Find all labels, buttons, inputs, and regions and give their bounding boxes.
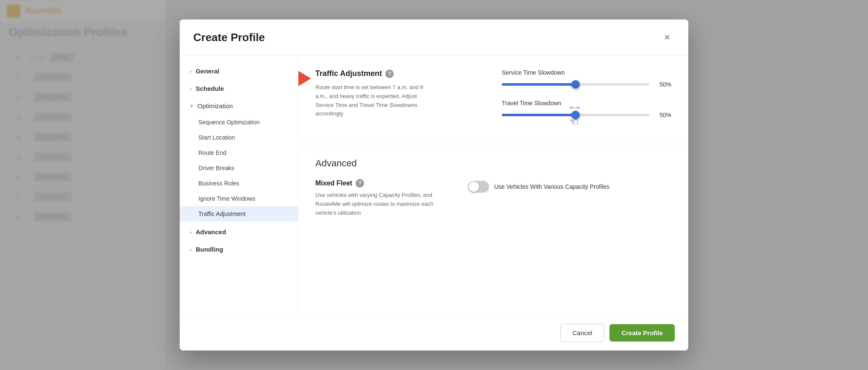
sidebar-item-bundling[interactable]: › Bundling [180, 241, 298, 258]
sidebar-item-label: General [196, 67, 220, 75]
service-time-fill [502, 83, 576, 86]
sidebar-sub-item-route-end[interactable]: Route End [180, 145, 298, 160]
sub-item-label: Driver Breaks [198, 165, 234, 171]
chevron-right-icon: › [190, 230, 192, 235]
sidebar: › General › Schedule ∨ Optimization Sequ… [180, 56, 298, 315]
sidebar-item-advanced[interactable]: › Advanced [180, 223, 298, 241]
traffic-adjustment-description: Route start time is set between 7 a.m. a… [315, 83, 426, 118]
service-time-value: 50% [654, 81, 671, 88]
sub-item-label: Ignore Time Windows [198, 195, 256, 202]
service-time-track[interactable] [502, 83, 649, 86]
content-arrow-container [298, 71, 311, 88]
sliders-area: Service Time Slowdown 50% [485, 69, 671, 130]
traffic-adjustment-section: Traffic Adjustment ? Route start time is… [298, 56, 688, 144]
arrow-right-icon: ⇒ [575, 104, 580, 111]
sidebar-item-label: Schedule [196, 85, 224, 92]
section-inner: Traffic Adjustment ? Route start time is… [315, 69, 671, 130]
advanced-section: Advanced Mixed Fleet ? Use vehicles with… [298, 144, 688, 231]
sidebar-item-schedule[interactable]: › Schedule [180, 80, 298, 97]
mixed-fleet-description: Use vehicles with varying Capacity Profi… [315, 191, 451, 217]
sidebar-sub-item-business-rules[interactable]: Business Rules [180, 176, 298, 191]
service-time-thumb[interactable] [571, 80, 580, 89]
sidebar-sub-item-traffic-adjustment-container: Traffic Adjustment [180, 206, 298, 221]
chevron-right-icon: › [190, 247, 192, 252]
traffic-adjustment-title: Traffic Adjustment [315, 69, 382, 78]
chevron-right-icon: › [190, 69, 192, 74]
advanced-section-title: Advanced [315, 158, 671, 169]
sub-item-label: Traffic Adjustment [198, 210, 245, 217]
sidebar-item-label: Optimization [198, 102, 233, 109]
mixed-fleet-control-label: Use Vehicles With Various Capacity Profi… [494, 183, 609, 190]
sidebar-sub-item-ignore-time-windows[interactable]: Ignore Time Windows [180, 191, 298, 206]
mixed-fleet-title-row: Mixed Fleet ? [315, 179, 451, 188]
modal-overlay: Create Profile × › General › Schedule [0, 0, 868, 370]
sidebar-item-general[interactable]: › General [180, 62, 298, 80]
mixed-fleet-control: Use Vehicles With Various Capacity Profi… [468, 179, 671, 193]
sub-item-label: Business Rules [198, 180, 239, 187]
sidebar-sub-item-driver-breaks[interactable]: Driver Breaks [180, 160, 298, 176]
travel-time-slider-group: Travel Time Slowdown ⇐ ⇒ [502, 100, 671, 118]
travel-time-slider-row: ⇐ ⇒ ☜ [502, 112, 671, 118]
main-content: Traffic Adjustment ? Route start time is… [298, 56, 688, 315]
create-profile-button[interactable]: Create Profile [609, 324, 675, 342]
modal-footer: Cancel Create Profile [180, 315, 688, 350]
sub-item-label: Start Location [198, 134, 235, 141]
arrow-left-icon: ⇐ [570, 104, 574, 111]
traffic-adjustment-info: Traffic Adjustment ? Route start time is… [315, 69, 485, 118]
drag-arrows: ⇐ ⇒ [570, 104, 580, 111]
service-time-slider-row: 50% [502, 81, 671, 88]
mixed-fleet-info: Mixed Fleet ? Use vehicles with varying … [315, 179, 451, 217]
service-time-label: Service Time Slowdown [502, 69, 671, 76]
chevron-down-icon: ∨ [190, 103, 193, 109]
cancel-button[interactable]: Cancel [560, 324, 605, 342]
section-title-row: Traffic Adjustment ? [315, 69, 485, 78]
travel-time-thumb[interactable] [571, 111, 580, 119]
create-profile-modal: Create Profile × › General › Schedule [180, 20, 688, 350]
sidebar-sub-item-start-location[interactable]: Start Location [180, 130, 298, 145]
modal-title: Create Profile [193, 31, 265, 44]
sidebar-sub-item-traffic-adjustment[interactable]: Traffic Adjustment [180, 206, 298, 221]
red-arrow-content [298, 71, 311, 86]
travel-time-track[interactable] [502, 114, 649, 116]
sub-item-label: Route End [198, 149, 226, 156]
travel-time-fill [502, 114, 576, 116]
traffic-adjustment-info-icon[interactable]: ? [385, 70, 394, 78]
modal-body: › General › Schedule ∨ Optimization Sequ… [180, 56, 688, 315]
travel-time-track-container: ⇐ ⇒ ☜ [502, 114, 649, 116]
travel-time-value: 50% [654, 112, 671, 118]
sidebar-sub-item-sequence-optimization[interactable]: Sequence Optimization [180, 115, 298, 130]
toggle-thumb [469, 182, 479, 192]
modal-header: Create Profile × [180, 20, 688, 56]
sub-item-label: Sequence Optimization [198, 119, 260, 126]
chevron-right-icon: › [190, 86, 192, 91]
travel-time-label: Travel Time Slowdown [502, 100, 671, 107]
mixed-fleet-title: Mixed Fleet [315, 179, 352, 187]
service-time-slider-group: Service Time Slowdown 50% [502, 69, 671, 88]
sidebar-item-optimization[interactable]: ∨ Optimization [180, 97, 298, 115]
mixed-fleet-info-icon[interactable]: ? [356, 179, 364, 188]
sidebar-item-label: Bundling [196, 246, 223, 253]
svg-marker-1 [298, 71, 311, 86]
close-button[interactable]: × [659, 30, 675, 45]
mixed-fleet-row: Mixed Fleet ? Use vehicles with varying … [315, 179, 671, 217]
mixed-fleet-toggle[interactable] [468, 181, 489, 193]
sidebar-item-label: Advanced [196, 228, 226, 235]
